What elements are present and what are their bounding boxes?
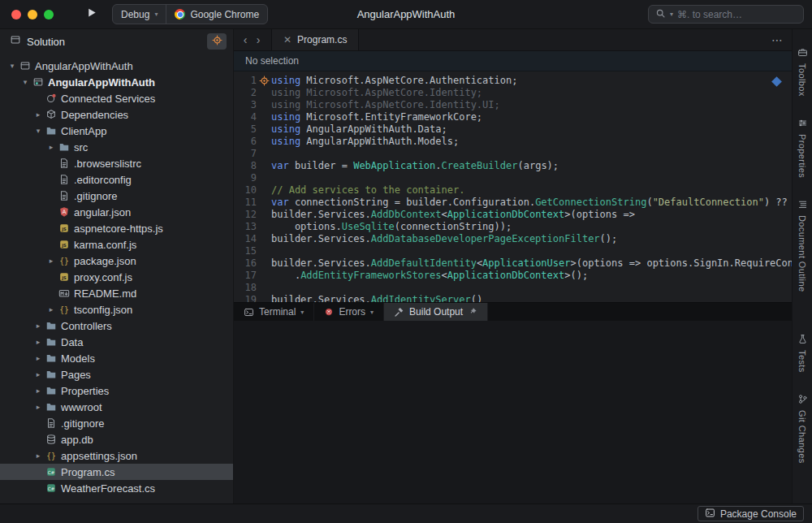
chevron-right-icon[interactable]: ▸ <box>32 110 44 119</box>
chevron-right-icon[interactable]: ▸ <box>45 257 57 265</box>
tool-window-tab-terminal[interactable]: Terminal▾ <box>234 303 314 321</box>
package-console-button[interactable]: Package Console <box>698 506 804 521</box>
line-number: 4 <box>234 111 257 123</box>
chevron-down-icon: ▾ <box>154 11 158 18</box>
tree-item[interactable]: ▸Pages <box>0 366 233 383</box>
chevron-right-icon[interactable]: ▸ <box>32 452 44 460</box>
browser-selector[interactable]: Google Chrome <box>166 5 267 24</box>
svg-text:{}: {} <box>46 452 56 460</box>
code-text: using AngularAppWithAuth.Models; <box>271 136 459 148</box>
line-number: 13 <box>234 221 257 233</box>
json-icon: {} <box>57 304 71 315</box>
pin-icon[interactable] <box>468 307 477 317</box>
tree-item[interactable]: ▾ClientApp <box>0 123 233 139</box>
tree-item[interactable]: Aangular.json <box>0 204 233 220</box>
chevron-down-icon[interactable]: ▾ <box>19 78 31 86</box>
tree-item[interactable]: .browserslistrc <box>0 155 233 171</box>
tree-item[interactable]: .gitignore <box>0 188 233 204</box>
code-line: 1using Microsoft.AspNetCore.Authenticati… <box>234 75 792 87</box>
folder-icon <box>44 385 58 396</box>
caret-pin-icon[interactable] <box>257 75 271 87</box>
tree-item[interactable]: ▸{}tsconfig.json <box>0 301 233 318</box>
tree-item[interactable]: ▸Dependencies <box>0 106 233 123</box>
errors-icon <box>324 307 334 317</box>
locate-target-icon <box>212 34 222 49</box>
tree-item-label: proxy.conf.js <box>74 271 132 283</box>
chevron-right-icon[interactable]: ▸ <box>45 305 57 313</box>
tree-item-label: ClientApp <box>61 125 106 137</box>
tree-item[interactable]: C#Program.cs <box>0 464 233 480</box>
file-icon <box>57 174 71 185</box>
tree-item[interactable]: JSkarma.conf.js <box>0 236 233 253</box>
line-number: 1 <box>234 75 257 87</box>
code-line: 3using Microsoft.AspNetCore.Identity.UI; <box>234 99 792 111</box>
tree-item[interactable]: Connected Services <box>0 90 233 106</box>
tool-strip-item-properties[interactable]: Properties <box>797 118 808 178</box>
tool-strip-item-document-outline[interactable]: Document Outline <box>797 199 808 292</box>
minimize-window-button[interactable] <box>28 10 37 19</box>
tree-item[interactable]: ▸Models <box>0 350 233 366</box>
code-line: 16builder.Services.AddDefaultIdentity<Ap… <box>234 257 792 270</box>
zoom-window-button[interactable] <box>44 10 54 19</box>
tab-label: Errors <box>339 306 365 318</box>
chevron-down-icon[interactable]: ▾ <box>32 127 44 135</box>
tree-item[interactable]: ▸wwwroot <box>0 399 233 415</box>
csharp-icon: C# <box>44 466 58 478</box>
tool-strip-item-toolbox[interactable]: Toolbox <box>797 47 808 97</box>
close-window-button[interactable] <box>11 10 21 19</box>
close-tab-icon[interactable]: ✕ <box>283 34 292 45</box>
chevron-down-icon[interactable]: ▾ <box>300 309 304 316</box>
chevron-down-icon[interactable]: ▾ <box>6 62 18 70</box>
tree-item[interactable]: .editorconfig <box>0 171 233 188</box>
tool-strip-item-git-changes[interactable]: Git Changes <box>797 394 808 464</box>
navigate-forward-button[interactable]: › <box>252 34 265 45</box>
tree-item[interactable]: C#WeatherForecast.cs <box>0 480 233 496</box>
navigate-back-button[interactable]: ‹ <box>239 34 252 45</box>
chevron-right-icon[interactable]: ▸ <box>45 143 57 151</box>
tree-item[interactable]: ▸{}appsettings.json <box>0 447 233 464</box>
code-line: 9 <box>234 172 792 184</box>
gutter <box>257 87 271 99</box>
tab-options-icon[interactable]: ⋯ <box>771 33 784 46</box>
code-area[interactable]: 1using Microsoft.AspNetCore.Authenticati… <box>234 71 792 302</box>
tool-strip-item-tests[interactable]: Tests <box>797 334 808 373</box>
tree-item[interactable]: ▸{}package.json <box>0 253 233 269</box>
code-text: options.UseSqlite(connectionString)); <box>271 221 512 233</box>
tree-item[interactable]: ▸src <box>0 139 233 155</box>
chevron-right-icon[interactable]: ▸ <box>32 370 44 378</box>
chevron-down-icon[interactable]: ▾ <box>370 309 374 316</box>
chevron-right-icon[interactable]: ▸ <box>32 387 44 395</box>
chevron-right-icon[interactable]: ▸ <box>32 403 44 411</box>
tree-item[interactable]: JSaspnetcore-https.js <box>0 220 233 236</box>
tree-item-label: Controllers <box>61 320 112 332</box>
tree-item[interactable]: ▾AngularAppWithAuth <box>0 74 233 90</box>
editor-tab-program-cs[interactable]: ✕ Program.cs <box>271 29 359 50</box>
tool-window-tab-errors[interactable]: Errors▾ <box>314 303 384 321</box>
folder-icon <box>44 369 58 380</box>
chevron-right-icon[interactable]: ▸ <box>32 354 44 362</box>
svg-text:A: A <box>63 209 67 215</box>
configuration-dropdown[interactable]: Debug ▾ <box>113 5 166 24</box>
tree-item[interactable]: ▸Properties <box>0 383 233 399</box>
toolbox-icon <box>797 47 808 58</box>
tree-item[interactable]: .gitignore <box>0 415 233 431</box>
tool-window-tab-build-output[interactable]: Build Output <box>384 303 488 321</box>
folder-icon <box>44 401 58 413</box>
tree-item[interactable]: JSproxy.conf.js <box>0 269 233 285</box>
line-number: 10 <box>234 184 257 197</box>
tree-item[interactable]: app.db <box>0 431 233 447</box>
gutter <box>257 197 271 209</box>
run-button[interactable] <box>81 5 101 24</box>
tree-item[interactable]: README.md <box>0 285 233 301</box>
select-opened-file-button[interactable] <box>207 33 227 50</box>
line-number: 15 <box>234 245 257 257</box>
chevron-right-icon[interactable]: ▸ <box>32 338 44 346</box>
search-everywhere-field[interactable]: ▾ ⌘. to search… <box>648 5 804 24</box>
tree-item[interactable]: ▸Controllers <box>0 318 233 334</box>
tree-item[interactable]: ▸Data <box>0 334 233 350</box>
solution-tree[interactable]: ▾AngularAppWithAuth▾AngularAppWithAuthCo… <box>0 54 233 504</box>
tree-item[interactable]: ▾AngularAppWithAuth <box>0 58 233 74</box>
chevron-right-icon[interactable]: ▸ <box>32 322 44 330</box>
tree-item-label: .browserslistrc <box>74 158 141 170</box>
markdown-icon <box>57 287 71 299</box>
